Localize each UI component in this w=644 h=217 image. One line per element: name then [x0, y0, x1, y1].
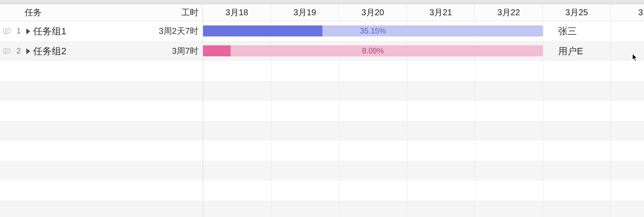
task-effort: 3周2天7时	[130, 25, 203, 37]
timeline-header: 3月183月193月203月213月223月253月	[203, 4, 644, 21]
task-effort: 3周7时	[130, 45, 203, 57]
row-stripe	[0, 141, 203, 161]
row-stripe	[203, 200, 644, 217]
row-number: 1	[14, 27, 24, 36]
svg-rect-3	[3, 49, 10, 53]
row-stripe	[203, 61, 644, 81]
gantt-bar-percent: 8.09%	[203, 45, 543, 56]
timeline-day-header[interactable]: 3月19	[271, 4, 339, 21]
row-stripe	[203, 181, 644, 200]
row-stripe	[203, 81, 644, 101]
task-list-header: 任务 工时	[0, 4, 203, 21]
column-header-task[interactable]: 任务	[24, 7, 147, 18]
row-stripe	[0, 181, 203, 200]
toolbar-strip	[0, 0, 644, 4]
caret-right-icon	[26, 28, 30, 34]
gantt-bar-percent: 35.15%	[203, 25, 543, 36]
timeline-panel: 3月183月193月203月213月223月253月 35.15%张三8.09%…	[203, 4, 644, 217]
timeline-day-header[interactable]: 3月25	[543, 4, 611, 21]
expand-toggle[interactable]	[24, 28, 32, 34]
comment-icon[interactable]	[0, 48, 14, 54]
timeline-day-header[interactable]: 3月21	[407, 4, 475, 21]
row-stripe	[0, 101, 203, 121]
task-list-panel: 任务 工时 1任务组13周2天7时2任务组23周7时	[0, 4, 203, 217]
timeline-day-header[interactable]: 3月22	[475, 4, 543, 21]
gantt-bar[interactable]: 35.15%	[203, 25, 543, 36]
timeline-day-header[interactable]: 3月18	[203, 4, 271, 21]
row-number: 2	[14, 47, 24, 56]
row-stripe	[203, 101, 644, 121]
row-stripe	[203, 161, 644, 181]
row-stripe	[0, 121, 203, 141]
task-name[interactable]: 任务组1	[32, 25, 130, 38]
gantt-bar[interactable]: 8.09%	[203, 45, 543, 56]
column-header-effort[interactable]: 工时	[147, 7, 203, 18]
row-stripe	[203, 141, 644, 161]
gantt-layout: 任务 工时 1任务组13周2天7时2任务组23周7时 3月183月193月203…	[0, 4, 644, 217]
caret-right-icon	[26, 48, 30, 54]
task-row[interactable]: 1任务组13周2天7时	[0, 21, 203, 41]
row-stripe	[0, 200, 203, 217]
timeline-day-header[interactable]: 3月	[611, 4, 644, 21]
gantt-assignee: 用户E	[558, 41, 583, 61]
task-row[interactable]: 2任务组23周7时	[0, 41, 203, 61]
timeline-body[interactable]: 35.15%张三8.09%用户E	[203, 21, 644, 217]
timeline-day-header[interactable]: 3月20	[339, 4, 407, 21]
task-name[interactable]: 任务组2	[32, 45, 130, 58]
row-stripe	[0, 81, 203, 101]
comment-icon[interactable]	[0, 28, 14, 34]
gantt-row: 8.09%用户E	[203, 41, 644, 61]
gantt-assignee: 张三	[558, 21, 577, 41]
row-stripe	[203, 121, 644, 141]
svg-rect-0	[3, 29, 10, 33]
row-stripe	[0, 61, 203, 81]
gantt-row: 35.15%张三	[203, 21, 644, 41]
expand-toggle[interactable]	[24, 48, 32, 54]
task-list-body: 1任务组13周2天7时2任务组23周7时	[0, 21, 203, 217]
row-stripe	[0, 161, 203, 181]
